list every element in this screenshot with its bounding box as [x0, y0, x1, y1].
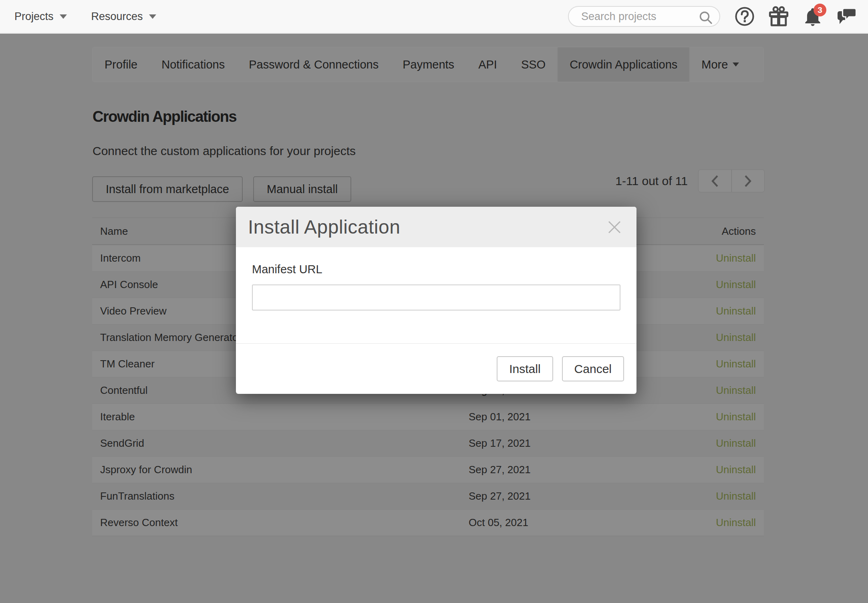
- install-button[interactable]: Install: [497, 356, 553, 381]
- install-application-modal: Install Application Manifest URL Install…: [236, 207, 636, 394]
- navbar-actions: 3: [568, 4, 868, 28]
- modal-header: Install Application: [236, 207, 636, 247]
- messages-button[interactable]: [836, 4, 858, 28]
- search-box[interactable]: [568, 6, 720, 27]
- cancel-button[interactable]: Cancel: [562, 356, 624, 381]
- resources-menu-label: Resources: [91, 10, 143, 23]
- projects-menu[interactable]: Projects: [14, 10, 67, 23]
- search-input[interactable]: [569, 10, 719, 23]
- projects-menu-label: Projects: [14, 10, 54, 23]
- navbar-menus: Projects Resources: [0, 10, 181, 23]
- notifications-button[interactable]: 3: [802, 4, 824, 28]
- modal-body: Manifest URL: [236, 247, 636, 311]
- help-icon: [735, 6, 755, 26]
- chevron-down-icon: [60, 14, 67, 19]
- gift-icon: [768, 5, 789, 28]
- search-icon: [699, 10, 713, 25]
- modal-title: Install Application: [248, 216, 400, 238]
- close-icon: [607, 220, 622, 235]
- help-button[interactable]: [734, 4, 755, 28]
- manifest-url-input[interactable]: [252, 284, 620, 311]
- resources-menu[interactable]: Resources: [91, 10, 156, 23]
- notification-badge: 3: [814, 4, 826, 16]
- modal-footer: Install Cancel: [236, 343, 636, 394]
- gift-button[interactable]: [768, 4, 789, 28]
- chevron-down-icon: [149, 14, 156, 19]
- close-button[interactable]: [607, 220, 622, 235]
- top-navbar: Projects Resources: [0, 0, 868, 33]
- chat-icon: [837, 8, 857, 25]
- manifest-url-label: Manifest URL: [252, 263, 620, 276]
